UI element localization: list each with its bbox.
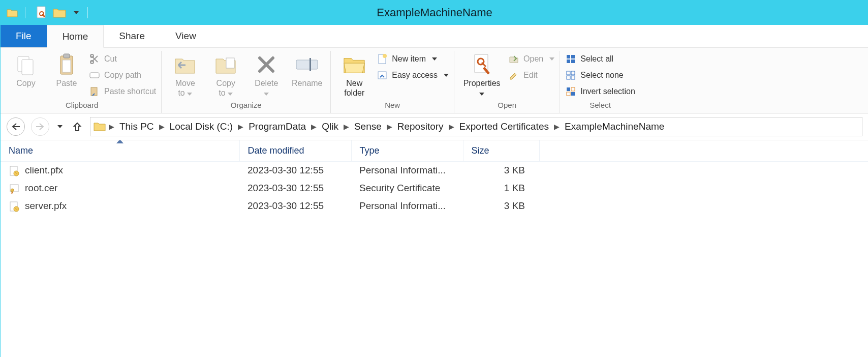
- group-clipboard: Copy Paste Cut: [3, 51, 162, 113]
- group-select: Select all Select none Invert selection: [560, 51, 640, 113]
- paste-button[interactable]: Paste: [48, 51, 85, 88]
- file-size-cell: 3 KB: [463, 162, 539, 180]
- file-name-cell: server.pfx: [1, 197, 239, 215]
- svg-rect-13: [309, 58, 311, 71]
- svg-rect-29: [567, 92, 570, 96]
- paste-shortcut-icon: [89, 86, 100, 97]
- ribbon: Copy Paste Cut: [1, 48, 868, 113]
- tab-file[interactable]: File: [1, 25, 47, 47]
- file-size-cell: 1 KB: [463, 180, 539, 197]
- qat-customize-button[interactable]: [70, 5, 82, 20]
- copy-button[interactable]: Copy: [8, 51, 44, 88]
- copy-path-button[interactable]: Copy path: [89, 68, 156, 82]
- caret-down-icon: [187, 93, 192, 96]
- chevron-right-icon: ▶: [238, 123, 243, 131]
- rename-button[interactable]: Rename: [289, 51, 325, 88]
- easy-access-button[interactable]: Easy access: [377, 68, 449, 82]
- column-header-type[interactable]: Type: [351, 140, 463, 162]
- svg-rect-28: [571, 87, 575, 91]
- svg-point-15: [383, 54, 387, 58]
- scissors-icon: [89, 53, 100, 65]
- forward-button[interactable]: [31, 117, 49, 136]
- delete-icon: [255, 53, 278, 76]
- open-button[interactable]: Open: [508, 52, 554, 66]
- properties-button[interactable]: Properties: [459, 51, 504, 98]
- paste-shortcut-button[interactable]: Paste shortcut: [89, 84, 156, 99]
- file-date-cell: 2023-03-30 12:55: [239, 162, 351, 180]
- select-none-button[interactable]: Select none: [565, 68, 635, 82]
- caret-down-icon: [264, 93, 269, 96]
- breadcrumb-item[interactable]: Exported Certificates: [457, 121, 551, 132]
- svg-rect-22: [571, 60, 575, 63]
- invert-selection-button[interactable]: Invert selection: [565, 84, 635, 99]
- select-all-button[interactable]: Select all: [565, 52, 635, 66]
- chevron-right-icon: ▶: [554, 123, 560, 131]
- breadcrumb-item[interactable]: Local Disk (C:): [168, 121, 235, 132]
- invert-selection-icon: [565, 86, 576, 97]
- copy-path-icon: [89, 70, 100, 81]
- group-title-open: Open: [498, 100, 516, 111]
- quick-access-toolbar: [1, 5, 97, 20]
- move-to-button[interactable]: Move to: [167, 51, 203, 98]
- tab-share[interactable]: Share: [104, 25, 160, 47]
- delete-button[interactable]: Delete: [248, 51, 285, 98]
- table-row[interactable]: server.pfx 2023-03-30 12:55 Personal Inf…: [1, 197, 868, 215]
- breadcrumb[interactable]: ▶ This PC ▶ Local Disk (C:) ▶ ProgramDat…: [90, 117, 862, 136]
- tab-home[interactable]: Home: [47, 25, 104, 48]
- paste-icon: [55, 53, 78, 76]
- breadcrumb-item[interactable]: Qlik: [320, 121, 340, 132]
- window-title: ExampleMachineName: [377, 6, 492, 19]
- file-date-cell: 2023-03-30 12:55: [239, 197, 351, 215]
- svg-rect-9: [90, 73, 99, 78]
- svg-rect-19: [567, 55, 570, 58]
- chevron-right-icon: ▶: [159, 123, 165, 131]
- svg-rect-23: [567, 71, 570, 75]
- open-icon: [508, 53, 519, 65]
- breadcrumb-item[interactable]: Repository: [395, 121, 446, 132]
- edit-button[interactable]: Edit: [508, 68, 554, 82]
- back-button[interactable]: [7, 117, 25, 136]
- breadcrumb-item[interactable]: ExampleMachineName: [563, 121, 666, 132]
- select-none-icon: [565, 70, 576, 81]
- chevron-right-icon: ▶: [109, 123, 114, 131]
- new-folder-button[interactable]: New folder: [336, 51, 373, 98]
- breadcrumb-item[interactable]: This PC: [117, 121, 156, 132]
- table-row[interactable]: root.cer 2023-03-30 12:55 Security Certi…: [1, 180, 868, 197]
- caret-down-icon: [432, 57, 437, 61]
- chevron-right-icon: ▶: [311, 123, 317, 131]
- group-open: Properties Open Edit: [454, 51, 560, 113]
- group-title-organize: Organize: [231, 100, 262, 111]
- move-to-icon: [173, 53, 197, 76]
- navigation-bar: ▶ This PC ▶ Local Disk (C:) ▶ ProgramDat…: [1, 113, 868, 140]
- cut-button[interactable]: Cut: [89, 52, 156, 66]
- svg-rect-27: [567, 87, 570, 91]
- chevron-right-icon: ▶: [387, 123, 392, 131]
- tab-view[interactable]: View: [160, 25, 211, 47]
- new-item-icon: [377, 53, 388, 65]
- new-item-button[interactable]: New item: [377, 52, 449, 66]
- folder-icon: [94, 122, 106, 132]
- file-list: Name Date modified Type Size client.pfx …: [1, 140, 868, 357]
- svg-rect-5: [64, 54, 70, 58]
- caret-down-icon: [74, 11, 79, 14]
- column-header-date[interactable]: Date modified: [239, 140, 351, 162]
- copy-to-button[interactable]: Copy to: [207, 51, 244, 98]
- properties-qat-button[interactable]: [34, 5, 49, 20]
- certificate-cer-icon: [9, 183, 20, 194]
- new-folder-icon: [343, 53, 366, 76]
- recent-locations-button[interactable]: [55, 125, 65, 128]
- file-type-cell: Security Certificate: [351, 180, 463, 197]
- breadcrumb-item[interactable]: Sense: [352, 121, 384, 132]
- qat-separator: [25, 7, 28, 18]
- up-button[interactable]: [71, 122, 84, 132]
- column-header-size[interactable]: Size: [463, 140, 539, 162]
- copy-icon: [14, 53, 38, 76]
- table-row[interactable]: client.pfx 2023-03-30 12:55 Personal Inf…: [1, 162, 868, 180]
- caret-down-icon: [549, 57, 554, 61]
- column-header-name[interactable]: Name: [1, 140, 239, 162]
- properties-icon: [470, 53, 493, 76]
- svg-rect-6: [63, 60, 71, 72]
- file-table: Name Date modified Type Size client.pfx …: [1, 140, 868, 215]
- breadcrumb-item[interactable]: ProgramData: [246, 121, 308, 132]
- new-folder-qat-button[interactable]: [52, 5, 67, 20]
